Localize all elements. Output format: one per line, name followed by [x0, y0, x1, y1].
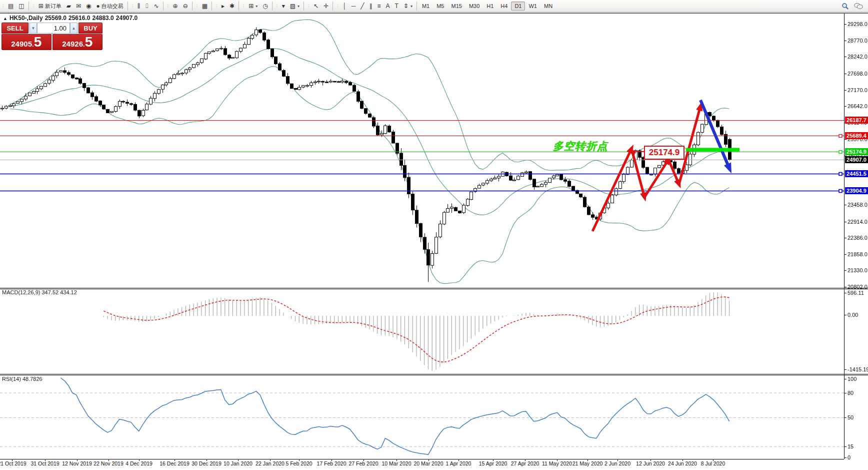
price-callout-label[interactable]: 25174.9 — [644, 146, 684, 160]
chart-canvas[interactable] — [0, 0, 868, 470]
chart-snapshot-icon: ◫ — [18, 3, 24, 9]
history-center-button[interactable]: ▰ — [64, 2, 74, 11]
rsi-axis-label: 15 — [848, 443, 854, 449]
symbol-period-label: HK50-,Daily — [10, 15, 43, 22]
text-button[interactable]: A — [383, 2, 392, 11]
buy-price-panel[interactable]: 24926 . 5 — [52, 34, 103, 50]
text-icon: A — [386, 3, 390, 9]
collapse-triangle-icon: ▲ — [3, 16, 8, 21]
auto-scroll-button[interactable]: ▸ — [219, 2, 227, 11]
search-icon[interactable] — [842, 3, 849, 10]
tile-windows-icon: ▦ — [202, 3, 208, 9]
volume-decrease-button[interactable]: ▼ — [30, 23, 37, 34]
buy-price-digits: 24926 — [62, 37, 83, 52]
vertical-line-button[interactable]: │ — [340, 2, 349, 11]
autotrading-button-label: 自动交易 — [102, 3, 124, 10]
rsi-axis-label: 80 — [848, 390, 854, 396]
chat-icon[interactable] — [854, 3, 863, 10]
line-chart-icon: ∿ — [154, 3, 159, 9]
zoom-in-button[interactable]: ⊕ — [170, 2, 180, 11]
zoom-in-icon: ⊕ — [173, 3, 178, 9]
publisher-icon: ✉ — [76, 3, 81, 9]
new-order-button[interactable]: ⊞新订单 — [36, 1, 64, 12]
vertical-line-icon: │ — [342, 3, 346, 9]
rsi-axis-label: 0 — [848, 454, 850, 460]
one-click-trading-widget: SELL ▼ 1.00 ▲ BUY 24905 . 5 24926 . 5 — [2, 23, 102, 50]
price-axis-tick: 22386.0 — [848, 235, 868, 241]
timeframe-mn-button[interactable]: MN — [540, 2, 556, 11]
objects-menu-button[interactable]: ▾ — [280, 2, 288, 11]
crosshair-button[interactable]: ✛ — [321, 2, 331, 11]
buy-button[interactable]: BUY — [78, 23, 102, 34]
history-center-icon: ▰ — [66, 3, 71, 9]
close-value: 24907.0 — [116, 15, 138, 22]
dropdown-caret-icon: ▾ — [256, 4, 258, 9]
new-order-button-label: 新订单 — [45, 3, 62, 10]
tile-windows-button[interactable]: ▦ — [200, 2, 210, 11]
chart-shift-button[interactable]: ✱ — [227, 2, 237, 11]
price-axis-tick: 21858.0 — [848, 251, 868, 257]
cursor-button[interactable]: ↖ — [311, 2, 321, 11]
text-label-button[interactable]: T — [392, 2, 401, 11]
auto-scroll-icon: ▸ — [222, 3, 224, 9]
timeframe-m5-button[interactable]: M5 — [433, 2, 448, 11]
periods-icon: ◷ — [262, 3, 268, 9]
rsi-indicator-label: RSI(14) 48.7826 — [2, 376, 42, 382]
sell-button[interactable]: SELL — [2, 23, 28, 34]
line-chart-button[interactable]: ∿ — [152, 2, 162, 11]
timeframe-m15-button[interactable]: M15 — [448, 2, 465, 11]
fibonacci-button[interactable]: ≡ — [374, 2, 383, 11]
rsi-axis-label: 100 — [848, 376, 856, 382]
fibonacci-icon: ≡ — [377, 3, 380, 9]
trendline-button[interactable]: ╱ — [358, 2, 366, 11]
toolbar-grip: ⋮ — [32, 4, 35, 9]
bar-chart-button[interactable]: ⫼ — [135, 2, 143, 11]
autotrading-button[interactable]: ●自动交易 — [94, 1, 126, 12]
toolbar-right-icons — [842, 3, 868, 10]
toolbar: ⋮▤◫⋮⊞新订单▰✉◉●自动交易⋮⫼⌷∿⋮⊕⊖⋮▦⋮▸✱⋮⊞▾◷⋮▾▨▾⋮↖✛⋮… — [0, 0, 868, 13]
volume-increase-button[interactable]: ▲ — [70, 23, 78, 34]
toolbar-grip: ⋮ — [166, 4, 170, 9]
horizontal-line-button[interactable]: ─ — [349, 2, 358, 11]
periods-button[interactable]: ◷ — [260, 2, 270, 11]
price-axis-tick: 21330.0 — [848, 267, 868, 273]
price-axis-tick: 23458.0 — [848, 202, 868, 208]
toolbar-separator — [238, 2, 239, 11]
window-list-button[interactable]: ▤ — [6, 2, 16, 11]
candlestick-chart-button[interactable]: ⌷ — [142, 2, 151, 11]
toolbar-grip: ⋮ — [195, 4, 198, 9]
bar-chart-icon: ⫼ — [138, 3, 140, 9]
zoom-out-button[interactable]: ⊖ — [180, 2, 190, 11]
indicators-button[interactable]: ⊞▾ — [246, 2, 260, 11]
toolbar-separator — [128, 2, 128, 11]
price-axis-tick: 26642.0 — [848, 103, 868, 109]
window-list-icon: ▤ — [8, 3, 14, 9]
volume-input[interactable]: 1.00 — [37, 23, 70, 34]
publisher-button[interactable]: ✉ — [74, 2, 84, 11]
cursor-icon: ↖ — [314, 3, 318, 9]
signals-button[interactable]: ◉ — [84, 2, 94, 11]
sell-price-pip: 5 — [34, 35, 42, 50]
price-axis-tick: 28770.0 — [848, 38, 868, 44]
high-value: 25616.0 — [68, 15, 90, 22]
timeframe-m1-button[interactable]: M1 — [418, 2, 433, 11]
price-line-chip: 26187.7 — [845, 117, 868, 124]
sell-price-panel[interactable]: 24905 . 5 — [2, 34, 52, 50]
arrows-button[interactable]: ⇕▾ — [401, 2, 415, 11]
price-axis-tick: 27170.0 — [848, 87, 868, 93]
templates-button[interactable]: ▨▾ — [288, 2, 302, 11]
equidistant-channel-button[interactable]: ∥ — [366, 2, 374, 11]
toolbar-grip: ⋮ — [306, 4, 310, 9]
timeframe-h4-button[interactable]: H4 — [497, 2, 511, 11]
timeframe-h1-button[interactable]: H1 — [483, 2, 497, 11]
templates-icon: ▨ — [290, 3, 296, 9]
timeframe-m30-button[interactable]: M30 — [466, 2, 483, 11]
macd-axis-label: 0.00 — [848, 312, 858, 318]
timeframe-w1-button[interactable]: W1 — [525, 2, 540, 11]
toolbar-separator — [272, 2, 272, 11]
chart-snapshot-button[interactable]: ◫ — [16, 2, 26, 11]
timeframe-d1-button[interactable]: D1 — [511, 2, 525, 11]
dropdown-caret-icon: ▾ — [298, 4, 300, 9]
toolbar-separator — [416, 2, 417, 11]
toolbar-grip: ⋮ — [214, 4, 218, 9]
